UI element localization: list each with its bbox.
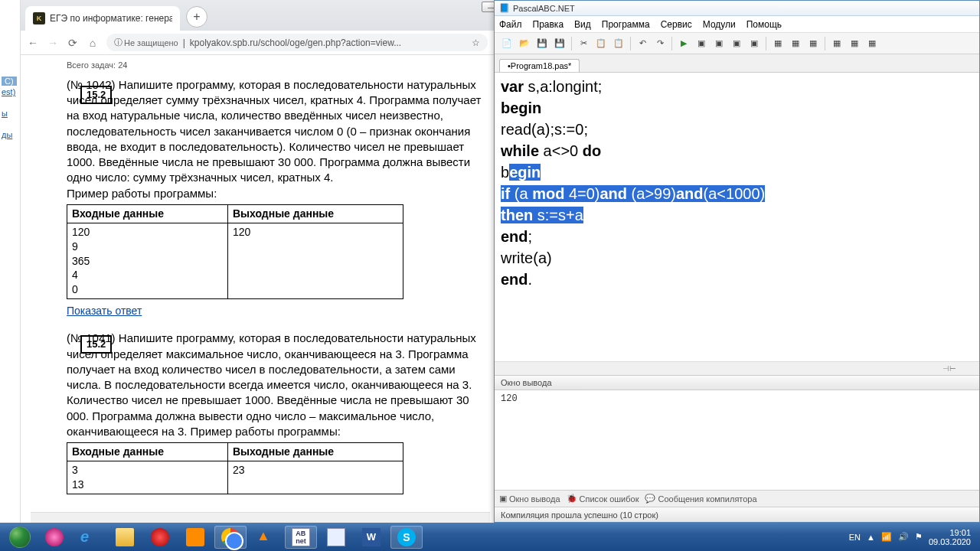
panel-icon[interactable]: ▦ xyxy=(788,36,803,51)
task-pascal-icon[interactable]: ABnet xyxy=(285,526,317,549)
show-answer-link[interactable]: Показать ответ xyxy=(67,304,142,318)
star-icon[interactable]: ☆ xyxy=(472,37,480,48)
new-file-icon[interactable]: 📄 xyxy=(499,36,514,51)
tab-compiler[interactable]: 💬 Сообщения компилятора xyxy=(645,494,756,504)
task-2: 15.2 (№ 1041) Напишите программу, котора… xyxy=(67,331,485,494)
paste-icon[interactable]: 📋 xyxy=(611,36,626,51)
task-count: Всего задач: 24 xyxy=(67,60,485,71)
task-1: 15.2 (№ 1042) Напишите программу, котора… xyxy=(67,77,485,319)
lang-indicator[interactable]: EN xyxy=(849,533,861,542)
task-vlc-icon[interactable]: ▲ xyxy=(250,526,282,549)
code-editor[interactable]: var s,a:longint; begin read(a);s:=0; whi… xyxy=(495,73,979,361)
menu-view[interactable]: Вид xyxy=(574,19,591,30)
task-text: Напишите программу, которая в последоват… xyxy=(67,331,476,438)
ide-icon: 📘 xyxy=(499,3,510,14)
ide-toolbar: 📄 📂 💾 💾 ✂ 📋 📋 ↶ ↷ ▶ ▣ ▣ ▣ ▣ ▦ ▦ ▦ ▦ ▦ ▦ xyxy=(495,33,979,54)
ide-title-text: PascalABC.NET xyxy=(513,4,575,13)
url-input[interactable]: ⓘ Не защищено | kpolyakov.spb.ru/school/… xyxy=(106,34,488,51)
file-tab[interactable]: •Program18.pas* xyxy=(499,59,580,72)
save-icon[interactable]: 💾 xyxy=(534,36,550,51)
run-icon[interactable]: ▶ xyxy=(676,36,691,51)
tray-icon[interactable]: ⚑ xyxy=(915,532,923,542)
favicon: K xyxy=(33,12,45,24)
tab-bar: K ЕГЭ по информатике: генератор + xyxy=(21,0,494,31)
ide-bottom-tabs: ▣ Окно вывода 🐞 Список ошибок 💬 Сообщени… xyxy=(495,490,979,507)
task-notepad-icon[interactable] xyxy=(320,526,352,549)
page-content: Всего задач: 24 15.2 (№ 1042) Напишите п… xyxy=(21,55,494,523)
step-icon[interactable]: ▣ xyxy=(729,36,744,51)
panel-icon[interactable]: ▦ xyxy=(770,36,786,51)
tab-errors[interactable]: 🐞 Список ошибок xyxy=(567,494,639,504)
home-icon[interactable]: ⌂ xyxy=(87,37,99,49)
task-number: 15.2 xyxy=(80,335,112,354)
clock[interactable]: 19:01 09.03.2020 xyxy=(929,528,971,546)
security-badge: ⓘ Не защищено xyxy=(114,37,178,48)
forward-icon[interactable]: → xyxy=(47,37,59,49)
task-skype-icon[interactable]: S xyxy=(390,526,423,549)
panel-icon[interactable]: ▦ xyxy=(805,36,821,51)
menu-help[interactable]: Помощь xyxy=(746,19,782,30)
side-link[interactable]: ды xyxy=(2,130,17,139)
panel-icon[interactable]: ▦ xyxy=(847,36,862,51)
step-icon[interactable]: ▣ xyxy=(711,36,727,51)
new-tab-button[interactable]: + xyxy=(186,6,207,28)
copy-icon[interactable]: 📋 xyxy=(593,36,609,51)
h-scrollbar[interactable]: ⊣⊢ xyxy=(495,361,979,375)
redo-icon[interactable]: ↷ xyxy=(652,36,668,51)
start-button[interactable] xyxy=(5,526,35,549)
ide-titlebar: 📘 PascalABC.NET xyxy=(495,1,979,16)
side-link[interactable]: ы xyxy=(2,109,17,118)
address-bar: ← → ⟳ ⌂ ⓘ Не защищено | kpolyakov.spb.ru… xyxy=(21,31,494,55)
output-header: Окно вывода xyxy=(495,375,979,390)
side-link[interactable]: est) xyxy=(2,87,17,96)
task-word-icon[interactable]: W xyxy=(355,526,387,549)
status-bar: Компиляция прошла успешно (10 строк) xyxy=(495,507,979,522)
browser-tab[interactable]: K ЕГЭ по информатике: генератор xyxy=(25,6,180,31)
task-number: 15.2 xyxy=(80,86,112,104)
taskbar: e ▲ ABnet W S EN ▲ 📶 🔊 ⚑ 19:01 09.03.202… xyxy=(0,523,980,551)
system-tray: EN ▲ 📶 🔊 ⚑ 19:01 09.03.2020 xyxy=(849,528,975,546)
menu-modules[interactable]: Модули xyxy=(703,19,736,30)
ide-menu: Файл Правка Вид Программа Сервис Модули … xyxy=(495,16,979,33)
output-panel: 120 xyxy=(495,390,979,490)
menu-file[interactable]: Файл xyxy=(499,19,522,30)
stop-icon[interactable]: ▣ xyxy=(694,36,709,51)
task-opera-icon[interactable] xyxy=(144,526,176,549)
panel-icon[interactable]: ▦ xyxy=(864,36,880,51)
menu-service[interactable]: Сервис xyxy=(661,19,692,30)
tray-flag-icon[interactable]: ▲ xyxy=(867,533,875,542)
task-folder-icon[interactable] xyxy=(109,526,141,549)
tab-title: ЕГЭ по информатике: генератор xyxy=(50,13,172,24)
h-scrollbar[interactable] xyxy=(31,512,490,523)
example-label: Пример работы программы: xyxy=(67,186,485,201)
io-table: Входные данныеВыходные данные 120 9 365 … xyxy=(67,204,403,299)
reload-icon[interactable]: ⟳ xyxy=(67,37,79,49)
menu-program[interactable]: Программа xyxy=(602,19,650,30)
task-text: Напишите программу, которая в последоват… xyxy=(67,78,481,184)
url-text: kpolyakov.spb.ru/school/oge/gen.php?acti… xyxy=(190,37,401,48)
saveall-icon[interactable]: 💾 xyxy=(552,36,567,51)
task-media-icon[interactable] xyxy=(179,526,211,549)
tab-output[interactable]: ▣ Окно вывода xyxy=(499,494,560,504)
cut-icon[interactable]: ✂ xyxy=(576,36,591,51)
task-icon[interactable] xyxy=(38,526,70,549)
tray-volume-icon[interactable]: 🔊 xyxy=(898,532,909,542)
open-icon[interactable]: 📂 xyxy=(517,36,532,51)
panel-icon[interactable]: ▦ xyxy=(829,36,844,51)
ide-window: 📘 PascalABC.NET Файл Правка Вид Программ… xyxy=(494,0,980,523)
browser-window: K ЕГЭ по информатике: генератор + ← → ⟳ … xyxy=(21,0,494,523)
ide-file-tabs: •Program18.pas* xyxy=(495,54,979,73)
back-icon[interactable]: ← xyxy=(27,37,39,49)
menu-edit[interactable]: Правка xyxy=(533,19,564,30)
io-table: Входные данныеВыходные данные 3 1323 xyxy=(67,442,403,494)
task-ie-icon[interactable]: e xyxy=(74,526,106,549)
task-chrome-icon[interactable] xyxy=(214,526,247,549)
undo-icon[interactable]: ↶ xyxy=(635,36,650,51)
tray-network-icon[interactable]: 📶 xyxy=(881,532,892,542)
step-icon[interactable]: ▣ xyxy=(746,36,762,51)
side-link[interactable]: C) xyxy=(2,77,17,86)
